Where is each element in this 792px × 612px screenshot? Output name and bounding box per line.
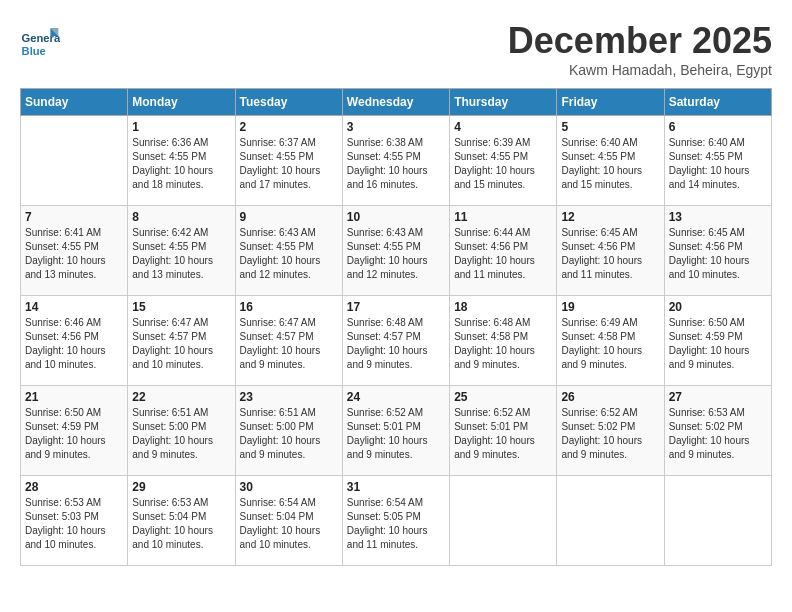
day-number: 14 bbox=[25, 300, 123, 314]
calendar-week-row: 14Sunrise: 6:46 AMSunset: 4:56 PMDayligh… bbox=[21, 296, 772, 386]
day-info: Sunrise: 6:43 AMSunset: 4:55 PMDaylight:… bbox=[240, 226, 338, 282]
day-info: Sunrise: 6:41 AMSunset: 4:55 PMDaylight:… bbox=[25, 226, 123, 282]
table-row: 12Sunrise: 6:45 AMSunset: 4:56 PMDayligh… bbox=[557, 206, 664, 296]
table-row: 2Sunrise: 6:37 AMSunset: 4:55 PMDaylight… bbox=[235, 116, 342, 206]
day-number: 5 bbox=[561, 120, 659, 134]
logo: General Blue bbox=[20, 20, 64, 60]
table-row: 17Sunrise: 6:48 AMSunset: 4:57 PMDayligh… bbox=[342, 296, 449, 386]
table-row: 9Sunrise: 6:43 AMSunset: 4:55 PMDaylight… bbox=[235, 206, 342, 296]
day-number: 9 bbox=[240, 210, 338, 224]
day-info: Sunrise: 6:39 AMSunset: 4:55 PMDaylight:… bbox=[454, 136, 552, 192]
day-number: 20 bbox=[669, 300, 767, 314]
day-info: Sunrise: 6:51 AMSunset: 5:00 PMDaylight:… bbox=[240, 406, 338, 462]
day-number: 15 bbox=[132, 300, 230, 314]
day-info: Sunrise: 6:54 AMSunset: 5:04 PMDaylight:… bbox=[240, 496, 338, 552]
day-info: Sunrise: 6:38 AMSunset: 4:55 PMDaylight:… bbox=[347, 136, 445, 192]
day-number: 2 bbox=[240, 120, 338, 134]
table-row: 5Sunrise: 6:40 AMSunset: 4:55 PMDaylight… bbox=[557, 116, 664, 206]
day-info: Sunrise: 6:45 AMSunset: 4:56 PMDaylight:… bbox=[669, 226, 767, 282]
table-row bbox=[21, 116, 128, 206]
day-info: Sunrise: 6:53 AMSunset: 5:02 PMDaylight:… bbox=[669, 406, 767, 462]
table-row: 24Sunrise: 6:52 AMSunset: 5:01 PMDayligh… bbox=[342, 386, 449, 476]
day-info: Sunrise: 6:49 AMSunset: 4:58 PMDaylight:… bbox=[561, 316, 659, 372]
table-row: 1Sunrise: 6:36 AMSunset: 4:55 PMDaylight… bbox=[128, 116, 235, 206]
day-info: Sunrise: 6:43 AMSunset: 4:55 PMDaylight:… bbox=[347, 226, 445, 282]
col-saturday: Saturday bbox=[664, 89, 771, 116]
col-friday: Friday bbox=[557, 89, 664, 116]
table-row: 4Sunrise: 6:39 AMSunset: 4:55 PMDaylight… bbox=[450, 116, 557, 206]
day-number: 22 bbox=[132, 390, 230, 404]
day-info: Sunrise: 6:48 AMSunset: 4:57 PMDaylight:… bbox=[347, 316, 445, 372]
table-row: 11Sunrise: 6:44 AMSunset: 4:56 PMDayligh… bbox=[450, 206, 557, 296]
day-info: Sunrise: 6:54 AMSunset: 5:05 PMDaylight:… bbox=[347, 496, 445, 552]
table-row: 13Sunrise: 6:45 AMSunset: 4:56 PMDayligh… bbox=[664, 206, 771, 296]
calendar: Sunday Monday Tuesday Wednesday Thursday… bbox=[20, 88, 772, 566]
calendar-week-row: 1Sunrise: 6:36 AMSunset: 4:55 PMDaylight… bbox=[21, 116, 772, 206]
day-info: Sunrise: 6:44 AMSunset: 4:56 PMDaylight:… bbox=[454, 226, 552, 282]
logo-icon: General Blue bbox=[20, 20, 60, 60]
table-row bbox=[450, 476, 557, 566]
day-info: Sunrise: 6:40 AMSunset: 4:55 PMDaylight:… bbox=[669, 136, 767, 192]
title-section: December 2025 Kawm Hamadah, Beheira, Egy… bbox=[508, 20, 772, 78]
calendar-week-row: 7Sunrise: 6:41 AMSunset: 4:55 PMDaylight… bbox=[21, 206, 772, 296]
table-row: 23Sunrise: 6:51 AMSunset: 5:00 PMDayligh… bbox=[235, 386, 342, 476]
day-info: Sunrise: 6:37 AMSunset: 4:55 PMDaylight:… bbox=[240, 136, 338, 192]
header: General Blue December 2025 Kawm Hamadah,… bbox=[20, 20, 772, 78]
day-number: 4 bbox=[454, 120, 552, 134]
day-number: 7 bbox=[25, 210, 123, 224]
day-number: 27 bbox=[669, 390, 767, 404]
day-number: 29 bbox=[132, 480, 230, 494]
day-info: Sunrise: 6:36 AMSunset: 4:55 PMDaylight:… bbox=[132, 136, 230, 192]
table-row: 21Sunrise: 6:50 AMSunset: 4:59 PMDayligh… bbox=[21, 386, 128, 476]
table-row: 10Sunrise: 6:43 AMSunset: 4:55 PMDayligh… bbox=[342, 206, 449, 296]
day-info: Sunrise: 6:46 AMSunset: 4:56 PMDaylight:… bbox=[25, 316, 123, 372]
table-row: 27Sunrise: 6:53 AMSunset: 5:02 PMDayligh… bbox=[664, 386, 771, 476]
day-number: 16 bbox=[240, 300, 338, 314]
table-row: 8Sunrise: 6:42 AMSunset: 4:55 PMDaylight… bbox=[128, 206, 235, 296]
day-number: 3 bbox=[347, 120, 445, 134]
day-number: 11 bbox=[454, 210, 552, 224]
day-number: 30 bbox=[240, 480, 338, 494]
day-number: 25 bbox=[454, 390, 552, 404]
day-number: 26 bbox=[561, 390, 659, 404]
day-number: 13 bbox=[669, 210, 767, 224]
calendar-week-row: 28Sunrise: 6:53 AMSunset: 5:03 PMDayligh… bbox=[21, 476, 772, 566]
day-number: 1 bbox=[132, 120, 230, 134]
day-number: 12 bbox=[561, 210, 659, 224]
col-tuesday: Tuesday bbox=[235, 89, 342, 116]
col-monday: Monday bbox=[128, 89, 235, 116]
table-row: 18Sunrise: 6:48 AMSunset: 4:58 PMDayligh… bbox=[450, 296, 557, 386]
day-number: 23 bbox=[240, 390, 338, 404]
day-info: Sunrise: 6:40 AMSunset: 4:55 PMDaylight:… bbox=[561, 136, 659, 192]
day-info: Sunrise: 6:47 AMSunset: 4:57 PMDaylight:… bbox=[240, 316, 338, 372]
table-row: 19Sunrise: 6:49 AMSunset: 4:58 PMDayligh… bbox=[557, 296, 664, 386]
table-row: 26Sunrise: 6:52 AMSunset: 5:02 PMDayligh… bbox=[557, 386, 664, 476]
day-info: Sunrise: 6:52 AMSunset: 5:01 PMDaylight:… bbox=[347, 406, 445, 462]
day-info: Sunrise: 6:48 AMSunset: 4:58 PMDaylight:… bbox=[454, 316, 552, 372]
day-info: Sunrise: 6:53 AMSunset: 5:03 PMDaylight:… bbox=[25, 496, 123, 552]
day-info: Sunrise: 6:51 AMSunset: 5:00 PMDaylight:… bbox=[132, 406, 230, 462]
day-number: 18 bbox=[454, 300, 552, 314]
day-info: Sunrise: 6:52 AMSunset: 5:01 PMDaylight:… bbox=[454, 406, 552, 462]
day-number: 24 bbox=[347, 390, 445, 404]
day-info: Sunrise: 6:50 AMSunset: 4:59 PMDaylight:… bbox=[25, 406, 123, 462]
table-row: 16Sunrise: 6:47 AMSunset: 4:57 PMDayligh… bbox=[235, 296, 342, 386]
calendar-header-row: Sunday Monday Tuesday Wednesday Thursday… bbox=[21, 89, 772, 116]
day-info: Sunrise: 6:53 AMSunset: 5:04 PMDaylight:… bbox=[132, 496, 230, 552]
day-number: 19 bbox=[561, 300, 659, 314]
table-row: 22Sunrise: 6:51 AMSunset: 5:00 PMDayligh… bbox=[128, 386, 235, 476]
table-row: 30Sunrise: 6:54 AMSunset: 5:04 PMDayligh… bbox=[235, 476, 342, 566]
day-info: Sunrise: 6:42 AMSunset: 4:55 PMDaylight:… bbox=[132, 226, 230, 282]
table-row: 3Sunrise: 6:38 AMSunset: 4:55 PMDaylight… bbox=[342, 116, 449, 206]
table-row: 6Sunrise: 6:40 AMSunset: 4:55 PMDaylight… bbox=[664, 116, 771, 206]
month-title: December 2025 bbox=[508, 20, 772, 62]
table-row: 15Sunrise: 6:47 AMSunset: 4:57 PMDayligh… bbox=[128, 296, 235, 386]
day-number: 10 bbox=[347, 210, 445, 224]
day-info: Sunrise: 6:50 AMSunset: 4:59 PMDaylight:… bbox=[669, 316, 767, 372]
table-row: 25Sunrise: 6:52 AMSunset: 5:01 PMDayligh… bbox=[450, 386, 557, 476]
table-row: 20Sunrise: 6:50 AMSunset: 4:59 PMDayligh… bbox=[664, 296, 771, 386]
table-row bbox=[664, 476, 771, 566]
day-number: 21 bbox=[25, 390, 123, 404]
col-wednesday: Wednesday bbox=[342, 89, 449, 116]
col-thursday: Thursday bbox=[450, 89, 557, 116]
